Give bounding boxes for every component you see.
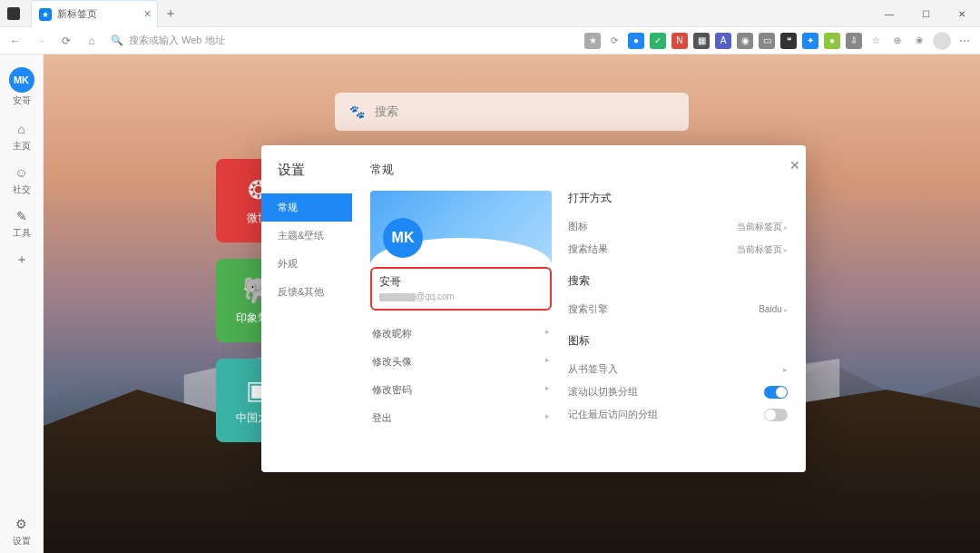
sidebar-item[interactable]: ✎工具	[0, 202, 44, 245]
chevron-right-icon: ▸	[545, 355, 550, 369]
forward-button[interactable]: →	[29, 29, 53, 53]
sidebar-item-icon: ✎	[13, 207, 31, 225]
dialog-title: 设置	[278, 162, 352, 179]
option-row[interactable]: 图标当前标签页	[568, 215, 788, 238]
extension-icon[interactable]: ●	[628, 33, 644, 49]
option-row[interactable]: 搜索引擎Baidu	[568, 298, 788, 321]
sidebar-item-label: 社交	[13, 183, 31, 196]
address-input[interactable]: 🔍 搜索或输入 Web 地址	[105, 31, 583, 51]
tab-favicon: ★	[39, 8, 52, 21]
search-group-title: 搜索	[568, 273, 788, 289]
profile-banner: MK	[370, 191, 552, 263]
profile-avatar-icon[interactable]	[933, 32, 951, 50]
extension-icon[interactable]: ▦	[693, 33, 710, 49]
extension-icon[interactable]: ⟳	[606, 33, 622, 49]
dialog-menu-item[interactable]: 常规	[261, 193, 352, 222]
dialog-section-title: 常规	[370, 162, 788, 178]
sidebar-settings[interactable]: ⚙ 设置	[0, 509, 44, 553]
extension-icon[interactable]: A	[715, 33, 731, 49]
dialog-menu: 常规主题&壁纸外观反馈&其他	[278, 193, 352, 306]
extension-icon[interactable]: ▭	[759, 33, 775, 49]
sidebar-item-icon: ＋	[13, 251, 31, 269]
toggle-switch[interactable]	[764, 386, 788, 399]
profile-logo-icon: MK	[383, 218, 423, 258]
maximize-button[interactable]: ☐	[907, 0, 944, 27]
sidebar-item-label: 主页	[13, 140, 31, 153]
address-placeholder: 搜索或输入 Web 地址	[129, 34, 225, 47]
profile-actions: 修改昵称▸修改头像▸修改密码▸登出▸	[370, 320, 552, 432]
new-tab-button[interactable]: ＋	[158, 0, 183, 26]
option-row[interactable]: 滚动以切换分组	[568, 380, 788, 403]
dialog-menu-item[interactable]: 外观	[261, 250, 352, 278]
gear-icon: ⚙	[13, 515, 31, 533]
options-column: 打开方式 图标当前标签页搜索结果当前标签页 搜索 搜索引擎Baidu 图标 从书…	[568, 191, 788, 439]
title-bar: ★ 新标签页 ✕ ＋ — ☐ ✕	[0, 0, 980, 27]
sidebar-item[interactable]: ☺社交	[0, 158, 44, 202]
extension-icon[interactable]: ❝	[780, 33, 797, 49]
more-menu-button[interactable]: ⋯	[953, 29, 976, 53]
extension-icon[interactable]: ⊕	[889, 33, 906, 49]
sidebar-item[interactable]: ⌂主页	[0, 114, 44, 158]
sidebar-item-label: 工具	[13, 227, 31, 240]
profile-action-item[interactable]: 修改昵称▸	[370, 320, 552, 348]
search-group: 搜索 搜索引擎Baidu	[568, 273, 788, 321]
profile-column: MK 安哥 @qq.com 修改昵称▸修改头像▸修改密码▸登出▸	[370, 191, 552, 439]
app-icon	[0, 0, 27, 26]
extension-icons: ★⟳●✓N▦A◉▭❝✦●⇩☆⊕❀	[584, 33, 931, 49]
extension-icon[interactable]: ✓	[650, 33, 666, 49]
extension-icon[interactable]: ✦	[802, 33, 818, 49]
left-sidebar: MK 安哥 ⌂主页☺社交✎工具＋ ⚙ 设置	[0, 54, 44, 553]
toggle-switch[interactable]	[764, 409, 788, 421]
main-search-box[interactable]: 🐾 搜索	[335, 93, 689, 131]
option-row[interactable]: 记住最后访问的分组	[568, 403, 788, 426]
open-method-title: 打开方式	[568, 191, 788, 206]
chevron-right-icon: ▸	[545, 327, 550, 341]
dialog-menu-item[interactable]: 反馈&其他	[261, 278, 352, 306]
profile-info-highlight: 安哥 @qq.com	[370, 267, 552, 311]
open-method-group: 打开方式 图标当前标签页搜索结果当前标签页	[568, 191, 788, 261]
extension-icon[interactable]: ⇩	[846, 33, 862, 49]
icons-group-title: 图标	[568, 333, 788, 349]
profile-action-item[interactable]: 登出▸	[370, 404, 552, 432]
sidebar-logo-icon: MK	[9, 67, 34, 93]
address-bar: ← → ⟳ ⌂ 🔍 搜索或输入 Web 地址 ★⟳●✓N▦A◉▭❝✦●⇩☆⊕❀ …	[0, 27, 980, 54]
minimize-button[interactable]: —	[871, 0, 907, 27]
main-search-placeholder: 搜索	[375, 104, 398, 120]
content-area: 🐾 搜索 ❂微博豆豆瓣🐘印象笔记♪网易云音乐▣中国大学 设置 常规主题&壁纸外观…	[44, 54, 980, 553]
reload-button[interactable]: ⟳	[54, 29, 78, 53]
dialog-close-button[interactable]: ✕	[789, 158, 800, 173]
sidebar-settings-label: 设置	[13, 535, 31, 548]
extension-icon[interactable]: ●	[824, 33, 840, 49]
chevron-right-icon: ▸	[545, 383, 550, 397]
tab-close-icon[interactable]: ✕	[143, 8, 152, 20]
sidebar-item-icon: ⌂	[13, 120, 31, 138]
home-button[interactable]: ⌂	[80, 29, 103, 53]
sidebar-profile-label: 安哥	[13, 94, 31, 107]
sidebar-item[interactable]: ＋	[0, 245, 44, 274]
extension-icon[interactable]: N	[671, 33, 688, 49]
option-row[interactable]: 从书签导入▸	[568, 358, 788, 380]
browser-tab[interactable]: ★ 新标签页 ✕	[31, 0, 158, 27]
profile-name: 安哥	[379, 274, 543, 290]
profile-email: @qq.com	[379, 291, 543, 301]
profile-action-item[interactable]: 修改头像▸	[370, 348, 552, 376]
search-icon: 🔍	[111, 35, 123, 46]
window-controls: — ☐ ✕	[871, 0, 980, 26]
option-row[interactable]: 搜索结果当前标签页	[568, 238, 788, 261]
extension-icon[interactable]: ★	[584, 33, 601, 49]
extension-icon[interactable]: ☆	[867, 33, 884, 49]
baidu-icon: 🐾	[348, 103, 366, 121]
chevron-right-icon: ▸	[783, 365, 788, 374]
back-button[interactable]: ←	[4, 29, 27, 53]
extension-icon[interactable]: ◉	[737, 33, 753, 49]
tab-title: 新标签页	[57, 7, 97, 21]
close-window-button[interactable]: ✕	[944, 0, 980, 27]
extension-icon[interactable]: ❀	[911, 33, 927, 49]
chevron-right-icon: ▸	[545, 411, 550, 425]
sidebar-profile[interactable]: MK 安哥	[0, 62, 44, 113]
settings-dialog: 设置 常规主题&壁纸外观反馈&其他 ✕ 常规 MK 安哥	[261, 145, 806, 472]
icons-group: 图标 从书签导入▸滚动以切换分组记住最后访问的分组	[568, 333, 788, 426]
profile-action-item[interactable]: 修改密码▸	[370, 376, 552, 404]
sidebar-item-icon: ☺	[13, 163, 31, 182]
dialog-menu-item[interactable]: 主题&壁纸	[261, 222, 352, 250]
